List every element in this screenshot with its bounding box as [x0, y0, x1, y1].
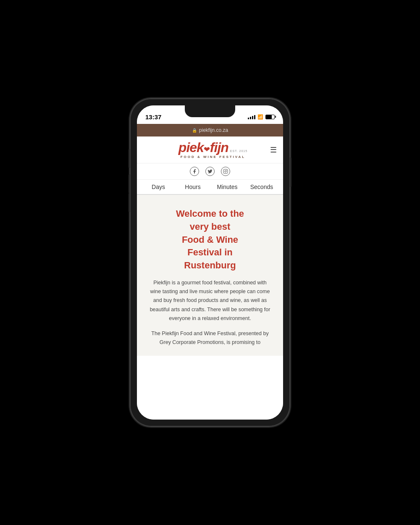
countdown-minutes: Minutes [210, 183, 244, 191]
status-icons: 📶 [248, 114, 275, 120]
phone-mockup: 13:37 📶 🔒 piekfijn.co.za [130, 99, 290, 426]
url-text[interactable]: piekfijn.co.za [199, 127, 228, 133]
svg-rect-0 [223, 169, 228, 173]
welcome-description: Piekfijn is a gourmet food festival, com… [147, 278, 273, 323]
notch [185, 105, 235, 117]
battery-icon [265, 115, 275, 119]
welcome-description2: The Piekfijn Food and Wine Festival, pre… [147, 329, 273, 347]
countdown-section: Days Hours Minutes Seconds [137, 180, 283, 195]
lock-icon: 🔒 [192, 128, 197, 133]
logo-text-left: piek [178, 141, 204, 154]
welcome-section: Welcome to the very best Food & Wine Fes… [137, 195, 283, 356]
instagram-icon[interactable] [221, 167, 230, 176]
welcome-heading: Welcome to the very best Food & Wine Fes… [147, 207, 273, 272]
countdown-seconds: Seconds [244, 183, 279, 191]
countdown-labels: Days Hours Minutes Seconds [141, 183, 279, 191]
menu-icon[interactable]: ☰ [270, 145, 277, 155]
twitter-icon[interactable] [205, 167, 215, 176]
status-bar: 13:37 📶 [137, 105, 283, 124]
phone-screen: 13:37 📶 🔒 piekfijn.co.za [137, 105, 283, 420]
logo-heart-icon: ❤ [204, 146, 210, 153]
social-bar [137, 163, 283, 180]
signal-icon [248, 114, 255, 119]
logo-text-right: fijn [210, 141, 228, 154]
facebook-icon[interactable] [190, 167, 199, 176]
site-header: piek ❤ fijn EST. 2015 FOOD & WINE FESTIV… [137, 136, 283, 163]
countdown-days: Days [141, 183, 176, 191]
logo-est: EST. 2015 [230, 150, 247, 152]
website-content: piek ❤ fijn EST. 2015 FOOD & WINE FESTIV… [137, 136, 283, 420]
logo-subtitle: FOOD & WINE FESTIVAL [181, 155, 246, 159]
svg-point-1 [225, 171, 226, 172]
logo-area: piek ❤ fijn EST. 2015 FOOD & WINE FESTIV… [178, 141, 247, 159]
status-time: 13:37 [145, 113, 161, 121]
countdown-hours: Hours [176, 183, 210, 191]
browser-bar: 🔒 piekfijn.co.za [137, 124, 283, 136]
svg-point-2 [227, 170, 227, 171]
wifi-icon: 📶 [257, 114, 263, 120]
